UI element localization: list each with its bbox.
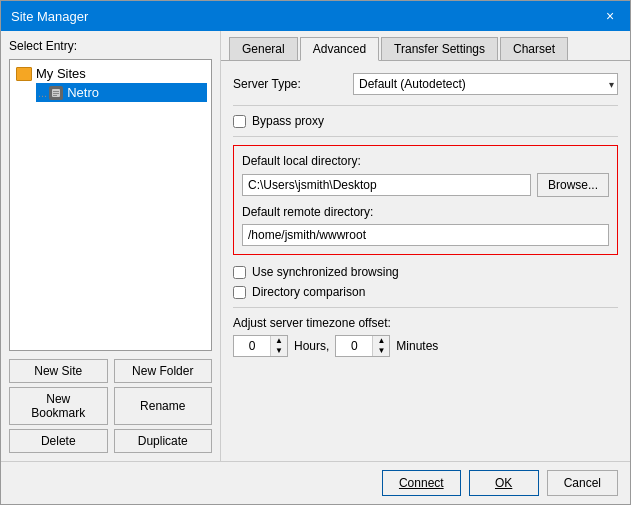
remote-dir-label: Default remote directory: xyxy=(242,205,609,219)
sync-browsing-label: Use synchronized browsing xyxy=(252,265,399,279)
timezone-label: Adjust server timezone offset: xyxy=(233,316,618,330)
minutes-input[interactable] xyxy=(336,336,372,356)
netro-label: Netro xyxy=(67,85,99,100)
hours-spinner: ▲ ▼ xyxy=(233,335,288,357)
svg-rect-3 xyxy=(53,95,57,96)
tree-view[interactable]: My Sites ... N xyxy=(9,59,212,351)
dialog-footer: Connect OK Cancel xyxy=(1,461,630,504)
tab-charset[interactable]: Charset xyxy=(500,37,568,60)
divider-2 xyxy=(233,136,618,137)
server-type-row: Server Type: Default (Autodetect) FTP SF… xyxy=(233,73,618,95)
svg-rect-2 xyxy=(53,93,59,94)
tab-transfer-settings[interactable]: Transfer Settings xyxy=(381,37,498,60)
folder-icon xyxy=(16,67,32,81)
bypass-proxy-checkbox[interactable] xyxy=(233,115,246,128)
title-bar: Site Manager × xyxy=(1,1,630,31)
local-dir-section: Default local directory: Browse... Defau… xyxy=(233,145,618,255)
minutes-spinner: ▲ ▼ xyxy=(335,335,390,357)
duplicate-button[interactable]: Duplicate xyxy=(114,429,213,453)
window-title: Site Manager xyxy=(11,9,88,24)
divider-3 xyxy=(233,307,618,308)
new-bookmark-button[interactable]: New Bookmark xyxy=(9,387,108,425)
tree-item-my-sites[interactable]: My Sites xyxy=(14,64,207,83)
right-panel: General Advanced Transfer Settings Chars… xyxy=(221,31,630,461)
hours-input[interactable] xyxy=(234,336,270,356)
minutes-spinner-btns: ▲ ▼ xyxy=(372,336,389,356)
tree-children: ... Netro xyxy=(36,83,207,102)
hours-up-button[interactable]: ▲ xyxy=(271,336,287,346)
buttons-row-2: New Bookmark Rename xyxy=(9,387,212,425)
browse-button[interactable]: Browse... xyxy=(537,173,609,197)
remote-dir-input[interactable] xyxy=(242,224,609,246)
sync-browsing-row: Use synchronized browsing xyxy=(233,265,618,279)
local-dir-input[interactable] xyxy=(242,174,531,196)
bypass-proxy-row: Bypass proxy xyxy=(233,114,618,128)
dialog-body: Select Entry: My Sites ... xyxy=(1,31,630,461)
new-folder-button[interactable]: New Folder xyxy=(114,359,213,383)
tabs: General Advanced Transfer Settings Chars… xyxy=(221,31,630,61)
server-type-label: Server Type: xyxy=(233,77,353,91)
bypass-proxy-label: Bypass proxy xyxy=(252,114,324,128)
dir-comparison-row: Directory comparison xyxy=(233,285,618,299)
minutes-up-button[interactable]: ▲ xyxy=(373,336,389,346)
connect-label: Connect xyxy=(399,476,444,490)
connect-button[interactable]: Connect xyxy=(382,470,461,496)
tab-general[interactable]: General xyxy=(229,37,298,60)
rename-button[interactable]: Rename xyxy=(114,387,213,425)
my-sites-label: My Sites xyxy=(36,66,86,81)
tab-advanced[interactable]: Advanced xyxy=(300,37,379,61)
divider-1 xyxy=(233,105,618,106)
server-type-select[interactable]: Default (Autodetect) FTP SFTP FTPS xyxy=(353,73,618,95)
cancel-button[interactable]: Cancel xyxy=(547,470,618,496)
buttons-row-1: New Site New Folder xyxy=(9,359,212,383)
timezone-row: ▲ ▼ Hours, ▲ ▼ Minutes xyxy=(233,335,618,357)
hours-spinner-btns: ▲ ▼ xyxy=(270,336,287,356)
ok-label: OK xyxy=(495,476,512,490)
server-type-select-wrapper: Default (Autodetect) FTP SFTP FTPS ▾ xyxy=(353,73,618,95)
local-dir-label: Default local directory: xyxy=(242,154,609,168)
dir-comparison-checkbox[interactable] xyxy=(233,286,246,299)
site-icon xyxy=(49,86,63,100)
svg-rect-1 xyxy=(53,91,59,92)
delete-button[interactable]: Delete xyxy=(9,429,108,453)
left-panel: Select Entry: My Sites ... xyxy=(1,31,221,461)
close-button[interactable]: × xyxy=(600,6,620,26)
local-dir-input-row: Browse... xyxy=(242,173,609,197)
left-buttons: New Site New Folder New Bookmark Rename … xyxy=(9,359,212,453)
minutes-down-button[interactable]: ▼ xyxy=(373,346,389,356)
select-entry-label: Select Entry: xyxy=(9,39,212,53)
dir-comparison-label: Directory comparison xyxy=(252,285,365,299)
buttons-row-3: Delete Duplicate xyxy=(9,429,212,453)
tree-dots: ... xyxy=(38,87,47,99)
hours-label: Hours, xyxy=(294,339,329,353)
tree-item-netro[interactable]: ... Netro xyxy=(36,83,207,102)
sync-browsing-checkbox[interactable] xyxy=(233,266,246,279)
new-site-button[interactable]: New Site xyxy=(9,359,108,383)
ok-button[interactable]: OK xyxy=(469,470,539,496)
hours-down-button[interactable]: ▼ xyxy=(271,346,287,356)
advanced-tab-content: Server Type: Default (Autodetect) FTP SF… xyxy=(221,61,630,461)
minutes-label: Minutes xyxy=(396,339,438,353)
site-manager-dialog: Site Manager × Select Entry: My Sites ..… xyxy=(0,0,631,505)
